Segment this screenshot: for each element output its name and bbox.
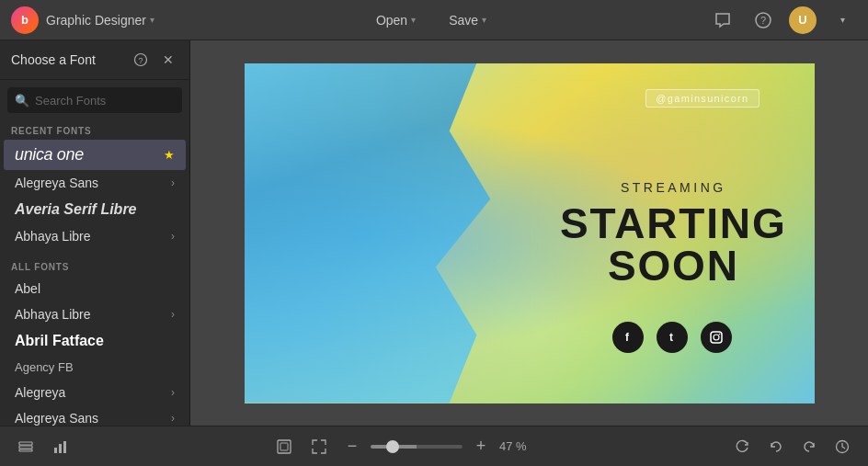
topbar: b Graphic Designer ▾ Open ▾ Save ▾ ? bbox=[0, 0, 868, 40]
topbar-left: b Graphic Designer ▾ bbox=[11, 6, 154, 34]
svg-rect-14 bbox=[63, 441, 66, 453]
help-button[interactable]: ? bbox=[748, 6, 778, 35]
search-input[interactable] bbox=[35, 94, 189, 108]
redo-button[interactable] bbox=[794, 432, 824, 461]
unica-one-star-icon[interactable]: ★ bbox=[164, 148, 175, 162]
font-item-alegreya-sans-recent[interactable]: Alegreya Sans › bbox=[4, 170, 186, 196]
logo-letter: b bbox=[21, 13, 29, 27]
fit-icon bbox=[276, 438, 292, 455]
help-circle-icon: ? bbox=[133, 52, 148, 67]
save-button[interactable]: Save ▾ bbox=[436, 7, 499, 33]
zoom-label: 47 % bbox=[499, 439, 534, 453]
alegreya-sans-arrow-icon: › bbox=[171, 176, 175, 189]
bottom-left bbox=[11, 432, 75, 461]
expand-button[interactable] bbox=[304, 432, 334, 461]
font-item-abhaya-libre-all[interactable]: Abhaya Libre › bbox=[4, 301, 186, 327]
bottom-bar: − + 47 % bbox=[0, 426, 868, 466]
svg-text:?: ? bbox=[138, 56, 143, 65]
comment-icon bbox=[714, 11, 732, 29]
font-name-abel: Abel bbox=[15, 281, 40, 296]
font-item-alegreya-sans-all[interactable]: Alegreya Sans › bbox=[4, 405, 186, 426]
font-panel-title: Choose a Font bbox=[11, 52, 96, 67]
font-item-alegreya[interactable]: Alegreya › bbox=[4, 380, 186, 405]
svg-rect-9 bbox=[19, 442, 32, 445]
font-item-unica-one[interactable]: unica one ★ bbox=[4, 140, 186, 170]
svg-rect-16 bbox=[280, 443, 288, 450]
expand-icon bbox=[311, 438, 327, 455]
canvas-wrapper: @gaminsunicorn STREAMING STARTING SOON f bbox=[245, 63, 815, 403]
search-icon: 🔍 bbox=[15, 94, 29, 108]
font-panel-header: Choose a Font ? ✕ bbox=[0, 40, 189, 80]
svg-text:f: f bbox=[625, 331, 630, 344]
font-item-abril-fatface[interactable]: Abril Fatface bbox=[4, 327, 186, 355]
font-item-abhaya-libre-recent[interactable]: Abhaya Libre › bbox=[4, 223, 186, 249]
save-chevron: ▾ bbox=[482, 15, 486, 25]
history-button[interactable] bbox=[828, 432, 857, 461]
canvas-area[interactable]: @gaminsunicorn STREAMING STARTING SOON f bbox=[190, 40, 868, 426]
search-bar: 🔍 ☆ + bbox=[7, 87, 182, 113]
abhaya-libre-all-arrow-icon: › bbox=[171, 308, 175, 321]
font-name-alegreya-sans-all: Alegreya Sans bbox=[15, 411, 98, 426]
undo-icon bbox=[768, 438, 784, 455]
svg-rect-13 bbox=[59, 444, 62, 453]
svg-text:?: ? bbox=[760, 15, 766, 26]
comment-button[interactable] bbox=[708, 6, 737, 35]
all-fonts-label: ALL FONTS bbox=[0, 256, 189, 276]
font-name-abhaya-libre-all: Abhaya Libre bbox=[15, 307, 91, 322]
chart-icon bbox=[52, 438, 69, 455]
rotate-button[interactable] bbox=[728, 432, 758, 461]
open-chevron: ▾ bbox=[411, 15, 416, 25]
social-icons: f t bbox=[612, 322, 732, 353]
font-item-averia-serif-libre[interactable]: Averia Serif Libre bbox=[4, 196, 186, 223]
undo-button[interactable] bbox=[761, 432, 791, 461]
font-name-alegreya: Alegreya bbox=[15, 385, 65, 400]
font-panel-close-button[interactable]: ✕ bbox=[158, 50, 178, 70]
canvas-text-area: STREAMING STARTING SOON bbox=[560, 180, 786, 287]
redo-icon bbox=[801, 438, 817, 455]
rotate-icon bbox=[735, 438, 751, 455]
bottom-center: − + 47 % bbox=[269, 432, 534, 461]
svg-rect-6 bbox=[711, 332, 722, 343]
svg-rect-15 bbox=[278, 440, 291, 453]
svg-rect-11 bbox=[19, 449, 32, 451]
help-icon: ? bbox=[754, 11, 772, 29]
abhaya-libre-arrow-icon: › bbox=[171, 230, 175, 243]
panel-header-icons: ? ✕ bbox=[131, 50, 178, 70]
history-icon bbox=[834, 438, 851, 455]
svg-point-8 bbox=[718, 333, 720, 335]
svg-text:t: t bbox=[669, 331, 673, 344]
tumblr-icon[interactable]: t bbox=[657, 322, 688, 353]
svg-rect-10 bbox=[19, 446, 32, 449]
font-name-unica-one: unica one bbox=[15, 145, 84, 165]
app-logo[interactable]: b bbox=[11, 6, 39, 34]
canvas-streaming-text: STREAMING bbox=[560, 180, 786, 195]
canvas-starting-soon-text: STARTING SOON bbox=[560, 202, 786, 287]
svg-rect-12 bbox=[54, 448, 57, 453]
font-panel-help-button[interactable]: ? bbox=[131, 50, 151, 70]
user-avatar[interactable]: U bbox=[789, 6, 817, 34]
layers-button[interactable] bbox=[11, 432, 40, 461]
user-menu-chevron[interactable]: ▾ bbox=[828, 6, 857, 35]
svg-point-7 bbox=[714, 335, 719, 340]
font-name-alegreya-sans-recent: Alegreya Sans bbox=[15, 176, 98, 190]
fit-canvas-button[interactable] bbox=[269, 432, 299, 461]
topbar-center: Open ▾ Save ▾ bbox=[154, 7, 708, 33]
open-button[interactable]: Open ▾ bbox=[363, 7, 428, 33]
username-tag: @gaminsunicorn bbox=[645, 89, 759, 108]
app-name[interactable]: Graphic Designer ▾ bbox=[46, 13, 154, 28]
font-item-abel[interactable]: Abel bbox=[4, 276, 186, 301]
stats-button[interactable] bbox=[46, 432, 75, 461]
font-name-agency-fb: Agency FB bbox=[15, 360, 74, 374]
zoom-slider[interactable] bbox=[371, 445, 463, 449]
font-name-abhaya-libre-recent: Abhaya Libre bbox=[15, 229, 91, 244]
zoom-out-button[interactable]: − bbox=[339, 434, 365, 460]
font-item-agency-fb[interactable]: Agency FB bbox=[4, 355, 186, 380]
instagram-icon[interactable] bbox=[701, 322, 732, 353]
zoom-in-button[interactable]: + bbox=[468, 434, 494, 460]
facebook-icon[interactable]: f bbox=[612, 322, 644, 353]
font-name-averia-serif-libre: Averia Serif Libre bbox=[15, 201, 137, 218]
layers-icon bbox=[17, 438, 34, 455]
main-area: Choose a Font ? ✕ 🔍 ☆ bbox=[0, 40, 868, 426]
font-list: RECENT FONTS unica one ★ Alegreya Sans ›… bbox=[0, 120, 189, 426]
font-panel: Choose a Font ? ✕ 🔍 ☆ bbox=[0, 40, 190, 426]
